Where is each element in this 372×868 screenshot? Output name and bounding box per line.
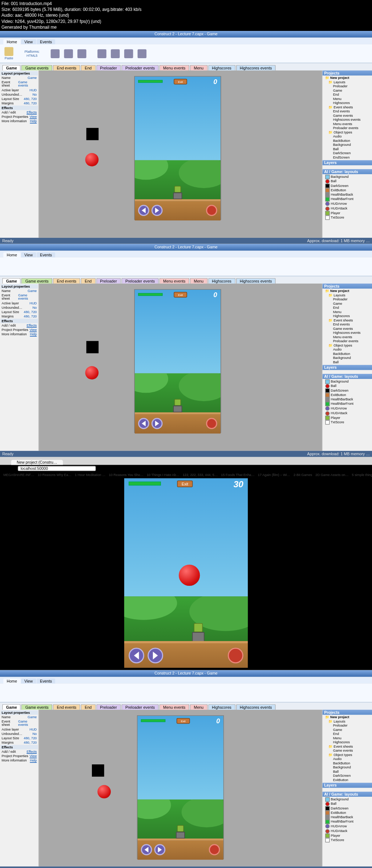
help-link[interactable]: Help <box>30 120 37 123</box>
tab-game[interactable]: Game <box>2 65 21 70</box>
prop-row: Add / editEffects <box>1 110 38 115</box>
obj-item[interactable]: DarkScreen <box>323 184 371 188</box>
view-link[interactable]: View <box>29 115 37 118</box>
status-ready: Ready <box>2 239 13 243</box>
layout-canvas[interactable]: Exit 0 <box>39 71 322 238</box>
ball-object[interactable] <box>85 153 99 167</box>
tree-item[interactable]: Ball <box>323 147 371 151</box>
layers-panel-title: Layers <box>323 160 372 165</box>
move-right-button[interactable] <box>147 648 163 663</box>
tree-item[interactable]: End <box>323 93 371 97</box>
bookmark[interactable]: 17 Again (film) – Wi… <box>258 473 290 476</box>
tree-item[interactable]: Audio <box>323 135 371 139</box>
sky-bg: Exit 0 <box>135 77 221 160</box>
player-sprite <box>192 623 205 642</box>
scirra-icon[interactable] <box>51 49 60 58</box>
reload-icon[interactable]: ⟳ <box>12 466 16 470</box>
forums-icon[interactable] <box>64 49 73 58</box>
attack-button[interactable] <box>228 648 243 663</box>
ribbon-tab-view[interactable]: View <box>21 39 36 44</box>
bookmark[interactable]: 2-Bit Games <box>294 473 312 476</box>
tree-item[interactable]: Background <box>323 143 371 147</box>
ribbon-tab-events[interactable]: Events <box>37 39 55 44</box>
health-bar <box>138 80 162 83</box>
darkscreen-object[interactable] <box>86 128 99 140</box>
thumbnail-frame-3: New project (Constru… ◀ ▶ ⟳ localhost:50… <box>0 457 372 670</box>
tree-item[interactable]: Highscores <box>323 101 371 105</box>
move-left-button[interactable] <box>129 648 144 663</box>
ribbon-tab-home[interactable]: Home <box>3 39 20 44</box>
address-bar-row: ◀ ▶ ⟳ localhost:50000 <box>0 465 372 471</box>
tree-item[interactable]: Game <box>323 89 371 93</box>
obj-item[interactable]: TxtScore <box>323 215 371 220</box>
move-right-button[interactable] <box>151 205 163 216</box>
objects-panel: Al / Game: layouts Background Ball DarkS… <box>322 169 372 238</box>
bookmark[interactable]: MEGASHARE.INF… <box>3 473 34 476</box>
start-page-icon[interactable] <box>138 49 147 58</box>
health-bar <box>129 481 161 485</box>
bookmark[interactable]: 5 simple things to … <box>352 473 372 476</box>
tree-item[interactable]: EndScreen <box>323 156 371 160</box>
tab-preloader[interactable]: Preloader <box>96 65 121 70</box>
tree-item[interactable]: End events <box>323 109 371 113</box>
browser-tab[interactable]: New project (Constru… <box>11 460 63 465</box>
exit-button[interactable]: Exit <box>174 79 187 84</box>
nav-back-icon[interactable]: ◀ <box>2 466 5 470</box>
tree-item[interactable]: BackButton <box>323 139 371 143</box>
exit-button[interactable]: Exit <box>177 480 193 487</box>
effects-header: Effects <box>1 105 38 110</box>
tab-end-events[interactable]: End events <box>53 65 80 70</box>
tab-highscores[interactable]: Highscores <box>208 65 235 70</box>
player-sprite[interactable] <box>173 186 183 199</box>
attack-button[interactable] <box>206 205 217 216</box>
thumbnail-frame-2: Construct 2 - Lecture 7.capx - Game Home… <box>0 244 372 457</box>
tab-preloader-events[interactable]: Preloader events <box>121 65 159 70</box>
tab-end[interactable]: End <box>81 65 96 70</box>
game-layout-view[interactable]: Exit 0 <box>134 76 221 220</box>
running-game[interactable]: Exit 30 <box>124 478 248 668</box>
paste-icon[interactable] <box>4 47 13 56</box>
obj-item[interactable]: Background <box>323 175 371 179</box>
hills-bg <box>124 596 248 641</box>
obj-item[interactable]: ExitButton <box>323 188 371 193</box>
bookmark[interactable]: 122, 222, 333, 444, 5… <box>183 473 218 476</box>
meta-video: Video: h264, yuv420p, 1280x720, 29.97 fp… <box>1 19 371 24</box>
tree-item[interactable]: Menu events <box>323 122 371 126</box>
move-left-button[interactable] <box>138 205 149 216</box>
tree-item[interactable]: Preloader events <box>323 126 371 130</box>
effects-link[interactable]: Effects <box>27 111 37 114</box>
project-tree[interactable]: New project Layouts Preloader Game End M… <box>323 76 372 160</box>
layout-tabs: Game Game events End events End Preloade… <box>0 63 372 71</box>
export-icon[interactable] <box>124 49 133 58</box>
tree-item[interactable]: Highscores events <box>323 118 371 122</box>
tab-game-events[interactable]: Game events <box>21 65 52 70</box>
prop-row: More informationHelp <box>1 119 38 123</box>
address-bar[interactable]: localhost:50000 <box>18 466 96 471</box>
bookmark[interactable]: 10 Things I Hate Ab… <box>147 473 179 476</box>
obj-item[interactable]: Ball <box>323 179 371 184</box>
obj-item[interactable]: HealthBarBack <box>323 193 371 197</box>
bookmark[interactable]: 1 Hour Meditation … <box>75 473 105 476</box>
nav-forward-icon[interactable]: ▶ <box>7 466 10 470</box>
tab-highscores-events[interactable]: Highscores events <box>236 65 276 70</box>
obj-item[interactable]: HUDArrow <box>323 202 371 206</box>
bookmark[interactable]: 15 Foods That Enha… <box>221 473 254 476</box>
bookmark[interactable]: 2D Game Assets on… <box>315 473 348 476</box>
store-icon[interactable] <box>77 49 86 58</box>
ribbon-group-clipboard: Paste <box>4 47 13 60</box>
obj-item[interactable]: Player <box>323 211 371 215</box>
tree-item[interactable]: Menu <box>323 97 371 101</box>
tree-item[interactable]: DarkScreen <box>323 151 371 155</box>
tab-menu-events[interactable]: Menu events <box>159 65 189 70</box>
tree-item[interactable]: Game events <box>323 114 371 118</box>
prop-row: Margins480, 720 <box>1 101 38 105</box>
bookmark[interactable]: 10 Reasons Why Ea… <box>38 473 72 476</box>
obj-item[interactable]: HUDAttack <box>323 206 371 211</box>
bookmark[interactable]: 10 Reasons You Sho… <box>109 473 143 476</box>
debug-icon[interactable] <box>111 49 120 58</box>
obj-item[interactable]: HealthBarFront <box>323 197 371 201</box>
status-download: Approx. download: 1 MB memory … <box>307 239 370 243</box>
tab-menu[interactable]: Menu <box>190 65 207 70</box>
tree-item[interactable]: Preloader <box>323 84 371 88</box>
run-layout-icon[interactable] <box>97 49 106 58</box>
